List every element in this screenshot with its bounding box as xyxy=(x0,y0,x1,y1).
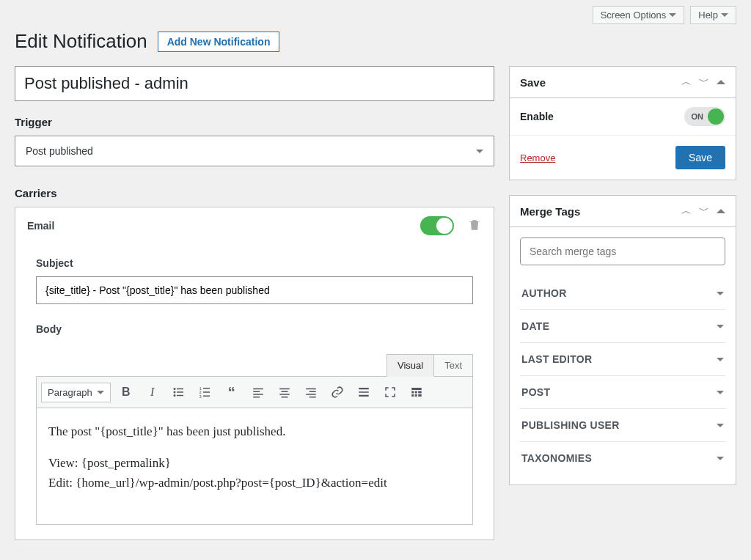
svg-rect-5 xyxy=(177,395,183,397)
chevron-down-icon xyxy=(717,292,724,295)
format-select[interactable]: Paragraph xyxy=(41,383,111,402)
align-center-button[interactable] xyxy=(274,381,296,403)
svg-point-4 xyxy=(173,394,175,397)
carrier-enable-toggle[interactable] xyxy=(420,216,454,235)
chevron-down-icon xyxy=(717,325,724,328)
trigger-heading: Trigger xyxy=(15,116,494,128)
numbered-list-button[interactable]: 123 xyxy=(194,381,216,403)
merge-tag-group-name: LAST EDITOR xyxy=(521,353,592,365)
editor-tab-visual[interactable]: Visual xyxy=(387,354,434,377)
carrier-email-panel: Email Subject Body Vis xyxy=(15,207,494,540)
svg-rect-30 xyxy=(418,391,422,394)
merge-tag-group[interactable]: PUBLISHING USER xyxy=(520,409,725,442)
remove-link[interactable]: Remove xyxy=(520,152,555,163)
align-left-button[interactable] xyxy=(247,381,269,403)
svg-rect-28 xyxy=(411,391,414,394)
svg-rect-17 xyxy=(281,391,287,393)
panel-move-down[interactable]: ﹀ xyxy=(699,75,709,89)
svg-rect-3 xyxy=(177,391,183,393)
svg-rect-14 xyxy=(253,394,263,395)
svg-rect-31 xyxy=(411,394,414,397)
merge-tag-group-name: POST xyxy=(521,386,550,398)
screen-options-label: Screen Options xyxy=(601,10,667,21)
subject-input[interactable] xyxy=(36,276,473,304)
editor-toolbar: Paragraph B I 123 “ xyxy=(36,376,473,408)
link-button[interactable] xyxy=(326,381,348,403)
panel-move-up[interactable]: ︿ xyxy=(681,205,692,218)
chevron-down-icon xyxy=(717,358,724,361)
body-editor[interactable]: The post "{post_title}" has been just pu… xyxy=(36,408,473,525)
carriers-heading: Carriers xyxy=(15,187,494,199)
enable-toggle-text: ON xyxy=(692,112,704,121)
merge-tags-panel: Merge Tags ︿ ﹀ AUTHOR DATE xyxy=(509,195,736,485)
svg-rect-24 xyxy=(359,388,369,389)
merge-tag-group[interactable]: TAXONOMIES xyxy=(520,442,725,474)
svg-rect-11 xyxy=(203,396,210,397)
panel-collapse-icon[interactable] xyxy=(717,80,725,84)
svg-rect-13 xyxy=(253,391,260,393)
chevron-down-icon xyxy=(669,13,676,17)
save-button[interactable]: Save xyxy=(675,146,725,169)
align-right-button[interactable] xyxy=(300,381,322,403)
help-button[interactable]: Help xyxy=(690,6,736,24)
trash-icon[interactable] xyxy=(467,218,482,235)
merge-tag-group-name: AUTHOR xyxy=(521,287,567,299)
svg-point-0 xyxy=(173,388,175,390)
merge-tags-search-input[interactable] xyxy=(520,237,725,265)
svg-rect-25 xyxy=(359,391,369,393)
panel-collapse-icon[interactable] xyxy=(717,209,725,213)
merge-tag-group-name: DATE xyxy=(521,320,549,332)
notification-title-input[interactable] xyxy=(15,66,494,101)
bullet-list-button[interactable] xyxy=(168,381,190,403)
read-more-button[interactable] xyxy=(353,381,375,403)
italic-button[interactable]: I xyxy=(142,381,164,403)
svg-rect-18 xyxy=(279,394,290,395)
save-panel-title: Save xyxy=(520,76,546,89)
svg-rect-33 xyxy=(418,394,422,397)
merge-tag-group-name: TAXONOMIES xyxy=(521,452,592,464)
chevron-down-icon xyxy=(717,457,724,460)
merge-tag-group[interactable]: AUTHOR xyxy=(520,277,725,310)
bold-button[interactable]: B xyxy=(115,381,137,403)
merge-tag-group[interactable]: LAST EDITOR xyxy=(520,343,725,376)
enable-toggle[interactable]: ON xyxy=(684,107,726,126)
toolbar-toggle-button[interactable] xyxy=(406,381,428,403)
panel-move-up[interactable]: ︿ xyxy=(681,75,692,89)
svg-rect-22 xyxy=(306,394,316,395)
editor-tab-text[interactable]: Text xyxy=(433,354,473,377)
carrier-name: Email xyxy=(27,220,54,232)
merge-tag-group[interactable]: DATE xyxy=(520,310,725,343)
svg-rect-29 xyxy=(414,391,417,394)
format-select-label: Paragraph xyxy=(48,387,92,398)
chevron-down-icon xyxy=(717,424,724,427)
svg-rect-15 xyxy=(253,397,260,398)
svg-rect-26 xyxy=(359,395,369,397)
svg-rect-19 xyxy=(281,397,287,398)
svg-text:3: 3 xyxy=(199,394,201,399)
panel-move-down[interactable]: ﹀ xyxy=(699,205,709,218)
save-panel: Save ︿ ﹀ Enable ON Remove Sa xyxy=(509,66,736,180)
help-label: Help xyxy=(698,10,718,21)
toggle-knob xyxy=(708,108,724,125)
body-line: Edit: {home_url}/wp-admin/post.php?post=… xyxy=(48,476,387,490)
trigger-select[interactable]: Post published xyxy=(15,136,494,166)
chevron-down-icon xyxy=(97,391,104,394)
trigger-selected: Post published xyxy=(26,145,93,157)
merge-tag-group-name: PUBLISHING USER xyxy=(521,419,620,431)
chevron-down-icon xyxy=(721,13,728,17)
subject-label: Subject xyxy=(36,257,473,269)
svg-rect-9 xyxy=(203,391,210,393)
svg-rect-23 xyxy=(309,397,315,398)
svg-rect-32 xyxy=(414,394,417,397)
page-title: Edit Notification xyxy=(15,30,147,53)
svg-rect-16 xyxy=(279,388,290,390)
svg-rect-7 xyxy=(203,388,210,389)
svg-rect-1 xyxy=(177,388,183,390)
fullscreen-button[interactable] xyxy=(379,381,401,403)
merge-tag-group[interactable]: POST xyxy=(520,376,725,409)
screen-options-button[interactable]: Screen Options xyxy=(593,6,685,24)
svg-rect-21 xyxy=(309,391,315,393)
enable-label: Enable xyxy=(520,111,554,122)
add-new-notification-button[interactable]: Add New Notification xyxy=(158,32,280,52)
blockquote-button[interactable]: “ xyxy=(221,381,243,403)
